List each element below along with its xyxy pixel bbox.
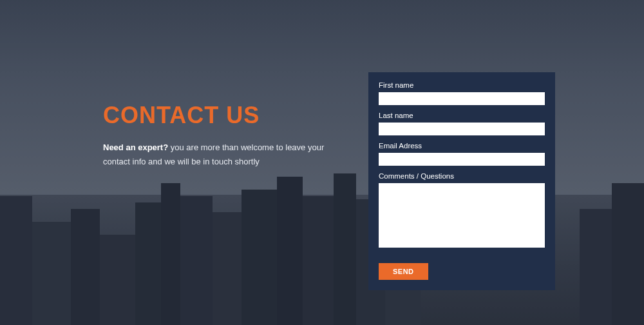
comments-field-group: Comments / Questions	[379, 172, 545, 248]
intro-text-bold: Need an expert?	[103, 143, 168, 152]
email-field-group: Email Adress	[379, 142, 545, 166]
first-name-label: First name	[379, 81, 545, 89]
intro-column: CONTACT US Need an expert? you are more …	[103, 0, 348, 169]
comments-input[interactable]	[379, 183, 545, 248]
comments-label: Comments / Questions	[379, 172, 545, 180]
last-name-label: Last name	[379, 112, 545, 119]
last-name-field-group: Last name	[379, 112, 545, 135]
first-name-field-group: First name	[379, 81, 545, 105]
last-name-input[interactable]	[379, 123, 545, 135]
email-label: Email Adress	[379, 142, 545, 150]
send-button[interactable]: SEND	[379, 263, 428, 280]
first-name-input[interactable]	[379, 92, 545, 105]
email-input[interactable]	[379, 153, 545, 166]
page-title: CONTACT US	[103, 102, 348, 129]
content-container: CONTACT US Need an expert? you are more …	[0, 0, 644, 325]
contact-form-panel: First name Last name Email Adress Commen…	[368, 72, 555, 290]
intro-text: Need an expert? you are more than welcom…	[103, 141, 348, 169]
